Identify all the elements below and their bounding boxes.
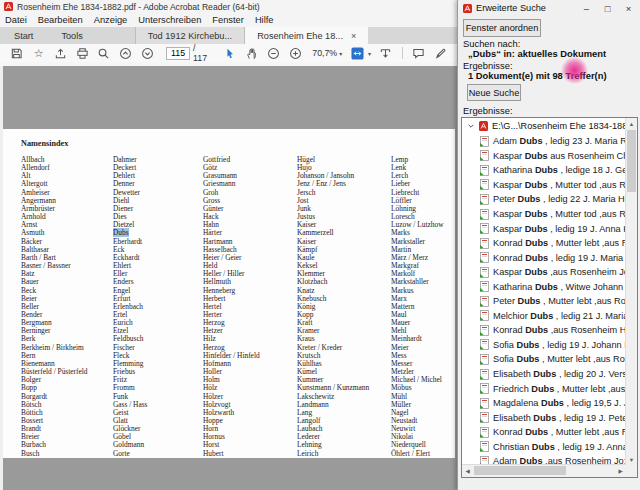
page-fit-caret-icon[interactable]: ▾ <box>368 50 371 57</box>
search-result-item[interactable]: Konrad Dubs , Mutter lebt ,aus Rosenheim… <box>462 425 637 440</box>
menu-item-anzeige[interactable]: Anzeige <box>94 15 128 25</box>
search-result-text: Kaspar Dubs , Mutter tod ,aus Rosenheim … <box>493 209 637 219</box>
current-page-input[interactable] <box>166 47 190 60</box>
search-result-item[interactable]: Kaspar Dubs , Mutter tod ,aus Rosenheim … <box>462 207 637 222</box>
menu-item-bearbeiten[interactable]: Bearbeiten <box>38 15 83 25</box>
search-result-item[interactable]: Friedrich Dubs , Mutter lebt ,aus Rosenh… <box>462 381 637 396</box>
next-page-icon[interactable] <box>136 45 158 61</box>
name-column-3: GottfriedGötzGrasumannGriesmannGrohGross… <box>203 156 260 458</box>
tab-doc-rosenheim-ehe[interactable]: Rosenheim Ehe 18... × <box>244 27 368 44</box>
search-result-item[interactable]: Elisabeth Dubs , ledig 19 J. Peter Ott ,… <box>462 410 637 425</box>
scrolling-mode-icon[interactable] <box>375 45 397 61</box>
search-result-item[interactable]: Konrad Dubs ,aus Rosenheim Heinrich Walt… <box>462 323 637 338</box>
search-icon[interactable] <box>93 45 115 61</box>
zoom-out-icon[interactable] <box>263 45 285 61</box>
vertical-scrollbar[interactable]: ▲ ▼ <box>625 118 637 465</box>
search-result-item[interactable]: Adam Dubs , ledig 23 J. Maria Regina Wag… <box>462 134 637 149</box>
search-result-item[interactable]: Katharina Dubs , Witwe Johann Kaspar Wal… <box>462 279 637 294</box>
search-result-item[interactable]: Konrad Dubs , ledig 19 J. Maria Wilhelmi… <box>462 250 637 265</box>
search-result-icon <box>479 252 489 263</box>
tab-start[interactable]: Start <box>0 27 47 44</box>
zoom-caret-icon[interactable]: ▾ <box>339 50 342 57</box>
search-result-text: Elisabeth Dubs , ledig 20 J. Verstorbene… <box>493 369 637 379</box>
name-column-5: LempLenkLerchLieberLiebrechtLöfflerLöhni… <box>391 156 444 458</box>
search-result-icon <box>479 296 489 307</box>
scroll-up-icon[interactable]: ▲ <box>626 118 637 129</box>
scroll-right-icon[interactable]: ▶ <box>615 465 626 476</box>
hand-tool-icon[interactable] <box>241 45 263 61</box>
chevron-down-icon[interactable] <box>467 122 475 130</box>
minimize-icon[interactable]: – <box>578 3 595 14</box>
search-result-item[interactable]: Kaspar Dubs ,aus Rosenheim Johann Christ… <box>462 265 637 280</box>
favorites-star-icon[interactable]: ☆ <box>28 45 50 61</box>
search-result-item[interactable]: Sofia Dubs , ledig 19 J. Johann Kaspar W… <box>462 338 637 353</box>
search-result-item[interactable]: Konrad Dubs , Mutter lebt ,aus Rosenheim… <box>462 236 637 251</box>
scroll-down-icon[interactable]: ▼ <box>626 454 637 465</box>
previous-page-icon[interactable] <box>115 45 137 61</box>
search-result-icon <box>479 412 489 423</box>
maximize-icon[interactable]: □ <box>599 3 616 14</box>
scroll-left-icon[interactable]: ◀ <box>462 465 473 476</box>
search-result-text: Konrad Dubs , ledig 19 J. Maria Wilhelmi… <box>493 253 637 263</box>
index-name: Öhlert / Elert <box>391 450 444 458</box>
result-rows: Adam Dubs , ledig 23 J. Maria Regina Wag… <box>462 134 637 469</box>
search-result-item[interactable]: Peter Dubs , Mutter lebt ,aus Rosenheim … <box>462 294 637 309</box>
result-file-path: E:\G...\Rosenheim Ehe 1834-1882.pdf <box>492 121 638 131</box>
comment-icon[interactable] <box>408 45 430 61</box>
pink-highlight-marker <box>561 57 588 84</box>
search-result-icon <box>479 369 489 380</box>
zoom-in-icon[interactable] <box>285 45 307 61</box>
search-result-item[interactable]: Kaspar Dubs , Mutter tod ,aus Rosenheim … <box>462 178 637 193</box>
menu-item-unterschreiben[interactable]: Unterschreiben <box>138 15 201 25</box>
tab-doc-tod-1912[interactable]: Tod 1912 Kirchebu... <box>135 27 244 44</box>
search-result-icon <box>479 267 489 278</box>
pdf-file-icon <box>479 121 488 131</box>
fill-sign-pen-icon[interactable] <box>429 45 451 61</box>
horizontal-scrollbar[interactable]: ◀ ▶ <box>462 464 626 477</box>
search-result-text: Konrad Dubs , Mutter lebt ,aus Rosenheim… <box>493 238 637 248</box>
menu-item-fenster[interactable]: Fenster <box>212 15 244 25</box>
search-result-text: Friedrich Dubs , Mutter lebt ,aus Rosenh… <box>493 384 637 394</box>
document-area: Namensindex AllbachAllendorfAltAltergott… <box>0 62 457 490</box>
result-file-entry[interactable]: E:\G...\Rosenheim Ehe 1834-1882.pdf <box>462 118 637 134</box>
menu-bar: DateiBearbeitenAnzeigeUnterschreibenFens… <box>0 13 457 27</box>
search-result-item[interactable]: Kaspar Dubs , ledig 19 J. Anna Katharina… <box>462 221 637 236</box>
search-result-text: Peter Dubs , ledig 22 J. Maria Helena Hu… <box>493 194 637 204</box>
tab-close-icon[interactable]: × <box>351 31 356 41</box>
search-result-text: Sofia Dubs , ledig 19 J. Johann Kaspar W… <box>493 340 637 350</box>
search-window-title: Erweiterte Suche <box>476 3 574 13</box>
page-fit-icon[interactable] <box>346 45 368 61</box>
vertical-scroll-thumb[interactable] <box>627 130 636 192</box>
search-result-text: Konrad Dubs , Mutter lebt ,aus Rosenheim… <box>493 427 637 437</box>
close-icon[interactable]: × <box>620 3 637 14</box>
search-result-item[interactable]: Sofia Dubs , Mutter lebt ,aus Rosenheim … <box>462 352 637 367</box>
horizontal-scroll-thumb[interactable] <box>474 466 566 475</box>
search-window-title-bar: Erweiterte Suche – □ × <box>458 0 640 16</box>
search-result-text: Adam Dubs , ledig 23 J. Maria Regina Wag… <box>493 136 637 146</box>
tab-tools[interactable]: Tools <box>47 27 96 44</box>
menu-item-datei[interactable]: Datei <box>5 15 27 25</box>
search-result-icon <box>479 150 489 161</box>
search-result-icon <box>479 339 489 350</box>
search-results-list: E:\G...\Rosenheim Ehe 1834-1882.pdf Adam… <box>461 117 638 478</box>
search-result-item[interactable]: Christian Dubs , ledig 19 J. Anna Elisab… <box>462 439 637 454</box>
share-upload-icon[interactable] <box>49 45 71 61</box>
arrange-windows-button[interactable]: Fenster anordnen <box>463 19 541 37</box>
index-name: Hubert <box>203 450 260 458</box>
select-tool-pointer-icon[interactable] <box>219 45 241 61</box>
print-icon[interactable] <box>71 45 93 61</box>
search-result-item[interactable]: Kaspar Dubs aus Rosenheim Christian Wagn… <box>462 149 637 164</box>
search-result-item[interactable]: Magdalena Dubs , ledig 19,5 J. Joh. Pete… <box>462 396 637 411</box>
save-icon[interactable] <box>6 45 28 61</box>
search-query-line: „Dubs“ in: aktuelles Dokument <box>468 48 606 59</box>
search-result-text: Sofia Dubs , Mutter lebt ,aus Rosenheim … <box>493 354 637 364</box>
zoom-level-label[interactable]: 70,7% <box>312 48 337 58</box>
search-result-item[interactable]: Katharina Dubs , ledige 18 J. Georg Hein… <box>462 163 637 178</box>
search-result-item[interactable]: Elisabeth Dubs , ledig 20 J. Verstorbene… <box>462 367 637 382</box>
search-result-text: Katharina Dubs , ledige 18 J. Georg Hein… <box>493 165 637 175</box>
search-result-item[interactable]: Melchior Dubs , ledig 21 J. Maria Magdal… <box>462 309 637 324</box>
search-result-item[interactable]: Peter Dubs , ledig 22 J. Maria Helena Hu… <box>462 192 637 207</box>
acrobat-logo-icon <box>4 2 13 11</box>
menu-item-hilfe[interactable]: Hilfe <box>255 15 274 25</box>
new-search-button[interactable]: Neue Suche <box>467 84 521 101</box>
